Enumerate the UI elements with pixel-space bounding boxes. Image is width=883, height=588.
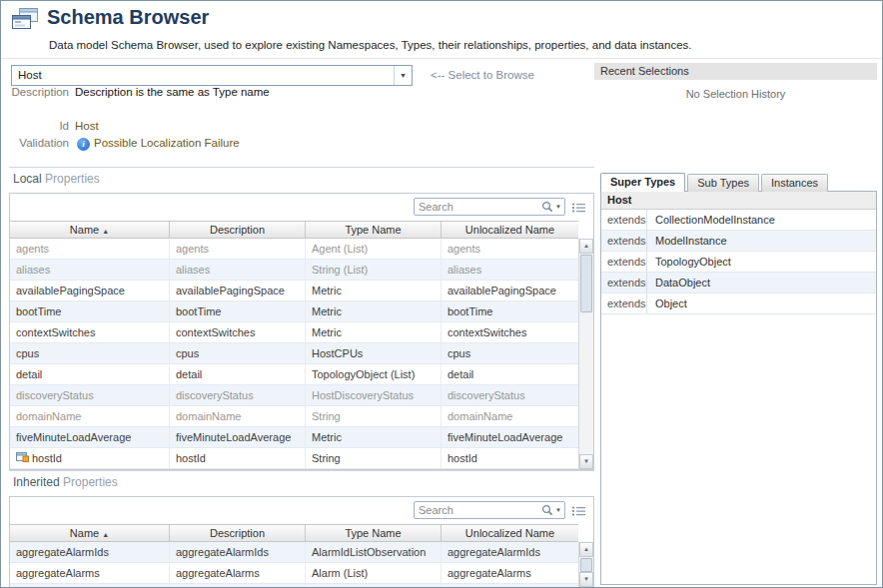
search-options-chevron-icon[interactable]: ▼	[555, 507, 561, 513]
cell-type-name: Metric	[306, 427, 442, 447]
scroll-down-icon[interactable]: ▼	[579, 572, 593, 587]
table-row[interactable]: bootTime bootTime Metric bootTime	[10, 301, 578, 322]
table-row[interactable]: cpus cpus HostCPUs cpus	[10, 343, 578, 364]
cell-name: aggregateAlarmIds	[10, 542, 170, 562]
type-name: ModelInstance	[647, 231, 727, 251]
cell-unlocalized-name: cpus	[442, 343, 578, 363]
column-header-description[interactable]: Description	[170, 525, 306, 541]
table-row[interactable]: contextSwitches contextSwitches Metric c…	[10, 322, 578, 343]
cell-name: agents	[10, 239, 170, 259]
scroll-up-icon[interactable]: ▲	[579, 239, 593, 254]
search-icon[interactable]	[541, 504, 553, 516]
cell-type-name: Metric	[306, 301, 442, 321]
type-name: Object	[647, 294, 687, 313]
vertical-scrollbar[interactable]: ▲ ▼	[578, 239, 593, 469]
recent-selections-header: Recent Selections	[594, 63, 877, 80]
search-icon[interactable]	[541, 201, 553, 213]
table-row[interactable]: hostId hostId String hostId	[10, 448, 578, 469]
tab-sub-types[interactable]: Sub Types	[687, 174, 759, 192]
cell-description: detail	[170, 364, 306, 384]
table-row[interactable]	[10, 584, 578, 588]
table-header: Name▲ Description Type Name Unlocalized …	[10, 221, 578, 239]
scrollbar-thumb[interactable]	[580, 558, 592, 572]
list-item[interactable]: extends TopologyObject	[601, 252, 876, 273]
list-item[interactable]: extends CollectionModelInstance	[601, 210, 876, 231]
column-header-type-name[interactable]: Type Name	[306, 525, 442, 541]
scroll-down-icon[interactable]: ▼	[579, 454, 593, 469]
column-header-description[interactable]: Description	[170, 222, 306, 238]
table-row[interactable]: detail detail TopologyObject (List) deta…	[10, 364, 578, 385]
cell-type-name: HostCPUs	[306, 343, 442, 363]
cell-unlocalized-name: discoveryStatus	[442, 385, 578, 405]
table-row[interactable]: aliases aliases String (List) aliases	[10, 260, 578, 281]
cell-type-name: Alarm (List)	[306, 563, 442, 583]
description-label: Description	[11, 86, 69, 98]
tab-super-types[interactable]: Super Types	[600, 173, 685, 192]
type-selector-dropdown[interactable]: Host ▼	[11, 65, 413, 86]
recent-selections-empty: No Selection History	[594, 80, 877, 100]
cell-unlocalized-name: aggregateAlarmIds	[442, 542, 578, 562]
type-name: TopologyObject	[647, 252, 731, 272]
column-header-name[interactable]: Name▲	[10, 222, 170, 238]
local-properties-panel: ▼ Name▲ Description Type Name Unlocalize…	[9, 193, 594, 470]
scrollbar-thumb[interactable]	[580, 255, 592, 312]
cell-unlocalized-name: bootTime	[442, 301, 578, 321]
validation-label: Validation	[11, 137, 69, 149]
cell-name: hostId	[10, 448, 170, 468]
sort-ascending-icon: ▲	[102, 228, 109, 235]
scroll-up-icon[interactable]: ▲	[579, 542, 593, 557]
cell-unlocalized-name	[442, 584, 578, 588]
search-box: ▼	[414, 198, 565, 216]
cell-name: fiveMinuteLoadAverage	[10, 427, 170, 447]
vertical-scrollbar[interactable]: ▲ ▼	[578, 542, 593, 587]
table-row[interactable]: domainName domainName String domainName	[10, 406, 578, 427]
column-header-name[interactable]: Name▲	[10, 525, 170, 541]
cell-name: domainName	[10, 406, 170, 426]
cell-type-name: String	[306, 448, 442, 468]
type-name: DataObject	[647, 273, 710, 293]
cell-unlocalized-name: aliases	[442, 260, 578, 280]
column-header-unlocalized-name[interactable]: Unlocalized Name	[442, 525, 578, 541]
list-item[interactable]: extends Object	[601, 294, 876, 314]
table-row[interactable]: discoveryStatus discoveryStatus HostDisc…	[10, 385, 578, 406]
cell-description: discoveryStatus	[170, 385, 306, 405]
cell-description: agents	[170, 239, 306, 259]
local-properties-table: Name▲ Description Type Name Unlocalized …	[10, 221, 578, 469]
inherited-search-row: ▼	[10, 497, 593, 524]
cell-type-name: HostDiscoveryStatus	[306, 385, 442, 405]
table-row[interactable]: aggregateAlarms aggregateAlarms Alarm (L…	[10, 563, 578, 584]
table-row[interactable]: availablePagingSpace availablePagingSpac…	[10, 281, 578, 301]
description-row: DescriptionDescription is the same as Ty…	[11, 86, 270, 98]
cell-type-name: String	[306, 406, 442, 426]
list-item[interactable]: extends DataObject	[601, 273, 876, 294]
schema-browser-window: Schema Browser Data model Schema Browser…	[0, 0, 883, 588]
cell-unlocalized-name: detail	[442, 364, 578, 384]
chevron-down-icon[interactable]: ▼	[394, 66, 412, 85]
table-row[interactable]: agents agents Agent (List) agents	[10, 239, 578, 260]
id-row: IdHost	[11, 120, 99, 132]
column-header-unlocalized-name[interactable]: Unlocalized Name	[442, 222, 578, 238]
column-chooser-icon[interactable]	[571, 505, 586, 517]
table-body: agents agents Agent (List) agents aliase…	[10, 239, 578, 469]
validation-value: Possible Localization Failure	[94, 137, 240, 149]
inherited-properties-title: Inherited Properties	[9, 470, 594, 489]
tab-instances[interactable]: Instances	[761, 174, 828, 192]
list-item[interactable]: extends ModelInstance	[601, 231, 876, 252]
search-input[interactable]	[415, 201, 541, 213]
cell-type-name: Metric	[306, 281, 442, 300]
search-options-chevron-icon[interactable]: ▼	[555, 204, 561, 210]
search-input[interactable]	[415, 504, 541, 516]
cell-type-name: AlarmIdListObservation	[306, 542, 442, 562]
column-header-type-name[interactable]: Type Name	[306, 222, 442, 238]
cell-unlocalized-name: aggregateAlarms	[442, 563, 578, 583]
cell-description: aliases	[170, 260, 306, 280]
type-panel-tabs: Super TypesSub TypesInstances	[600, 173, 830, 192]
relation-label: extends	[601, 273, 647, 293]
page-header: Schema Browser Data model Schema Browser…	[1, 1, 882, 59]
super-types-list: extends CollectionModelInstance extends …	[601, 210, 876, 314]
cell-description: aggregateAlarmIds	[170, 542, 306, 562]
column-chooser-icon[interactable]	[571, 202, 586, 214]
table-row[interactable]: aggregateAlarmIds aggregateAlarmIds Alar…	[10, 542, 578, 563]
cell-description: fiveMinuteLoadAverage	[170, 427, 306, 447]
table-row[interactable]: fiveMinuteLoadAverage fiveMinuteLoadAver…	[10, 427, 578, 448]
